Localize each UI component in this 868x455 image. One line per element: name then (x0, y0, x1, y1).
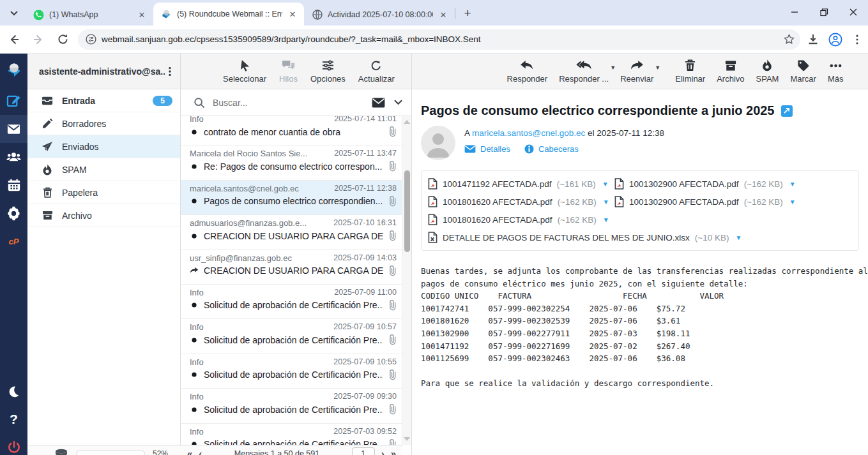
mail-nav-icon[interactable] (0, 115, 27, 143)
back-icon[interactable] (4, 29, 24, 50)
reply-all-icon (576, 59, 591, 72)
attachment-item[interactable]: 1001302900 AFECTADA.pdf (~162 KB) ▼ (614, 175, 801, 193)
attachment-menu-caret-icon[interactable]: ▼ (789, 198, 796, 205)
contacts-nav-icon[interactable] (0, 143, 27, 171)
attachment-menu-caret-icon[interactable]: ▼ (603, 216, 609, 223)
scroll-up-icon[interactable] (404, 120, 410, 124)
settings-gear-icon[interactable] (0, 199, 27, 227)
dark-mode-moon-icon[interactable] (0, 377, 27, 405)
forward-button[interactable]: Reenviar ▼ (620, 59, 653, 84)
message-row[interactable]: admusuarios@finanzas.gob.e... 2025-07-10… (181, 215, 402, 250)
delete-button[interactable]: Eliminar (675, 59, 705, 84)
next-page-icon[interactable]: › (381, 448, 385, 455)
message-row[interactable]: maricela.santos@cnel.gob.ec 2025-07-11 1… (181, 181, 402, 215)
url-text[interactable]: webmail.sanjuan.gob.ec/cpsess1535909589/… (102, 34, 783, 44)
spam-button[interactable]: SPAM (756, 59, 779, 84)
reply-button[interactable]: Responder (507, 59, 548, 84)
folder-papelera[interactable]: Papelera (27, 181, 180, 204)
last-page-icon[interactable]: » (391, 448, 396, 455)
account-menu-icon[interactable] (165, 66, 175, 77)
new-tab-button[interactable]: + (459, 5, 476, 22)
tab-close-icon[interactable]: ✕ (287, 9, 298, 19)
search-scope-mail-icon[interactable] (372, 98, 385, 108)
more-button[interactable]: Más (828, 59, 844, 84)
tab-whatsapp[interactable]: (1) WhatsApp ✕ (26, 4, 153, 26)
compose-icon[interactable] (0, 87, 27, 115)
headers-link[interactable]: Cabeceras (524, 144, 579, 154)
attachment-item[interactable]: DETALLE DE PAGOS DE FACTURAS DEL MES DE … (428, 228, 742, 246)
attachment-name[interactable]: 1001302900 AFECTADA.pdf (629, 179, 739, 189)
attachment-menu-caret-icon[interactable]: ▼ (603, 198, 609, 205)
cpanel-logo-icon[interactable]: cP (0, 227, 27, 255)
chrome-menu-icon[interactable] (851, 34, 863, 45)
message-row[interactable]: Info 2025-07-09 11:00 Solicitud de aprob… (181, 285, 402, 319)
recipient-link[interactable]: maricela.santos@cnel.gob.ec (472, 128, 585, 138)
select-button[interactable]: Seleccionar (223, 59, 266, 84)
details-link[interactable]: Detalles (464, 144, 510, 154)
attachment-item[interactable]: 1001801620 AFECTADA.pdf (~162 KB) ▼ (428, 193, 614, 211)
archive-button[interactable]: Archivo (717, 59, 744, 84)
list-scrollbar[interactable] (402, 116, 411, 445)
folder-spam[interactable]: SPAM (27, 158, 180, 181)
first-page-icon[interactable]: « (187, 448, 192, 455)
tab-roundcube[interactable]: (5) Roundcube Webmail :: Envia ✕ (153, 3, 304, 26)
message-row[interactable]: Maricela del Rocio Santos Sie... 2025-07… (181, 145, 402, 180)
tab-close-icon[interactable]: ✕ (137, 10, 147, 20)
dropdown-caret-icon[interactable]: ▼ (655, 64, 660, 71)
scroll-down-icon[interactable] (404, 437, 410, 441)
pdf-file-icon (614, 178, 624, 190)
bookmark-star-icon[interactable] (783, 33, 795, 45)
message-row[interactable]: Info 2025-07-03 09:52 Solicitud de aprob… (181, 424, 402, 445)
downloads-icon[interactable] (807, 33, 819, 46)
attachment-menu-caret-icon[interactable]: ▼ (602, 181, 609, 188)
tab-actividad[interactable]: Actividad 2025-07-10 08:00:00 ✕ (304, 4, 455, 26)
restore-button[interactable] (809, 0, 839, 24)
page-number-input[interactable]: 1 (352, 447, 375, 455)
folder-borradores[interactable]: Borradores (27, 112, 180, 135)
attachment-menu-caret-icon[interactable]: ▼ (789, 181, 796, 188)
tab-close-icon[interactable]: ✕ (438, 10, 448, 20)
attachment-item[interactable]: 1001801620 AFECTADA.pdf (~162 KB) ▼ (428, 211, 614, 228)
attachment-item[interactable]: 1001471192 AFECTADA.pdf (~161 KB) ▼ (428, 175, 614, 193)
minimize-button[interactable] (780, 0, 809, 24)
reply-all-button[interactable]: Responder ... ▼ (559, 59, 609, 84)
message-row[interactable]: usr_sinfip@finanzas.gob.ec 2025-07-09 14… (181, 250, 402, 285)
logout-power-icon[interactable] (0, 433, 27, 455)
message-row[interactable]: Info 2025-07-14 11:01 contrato de menor … (181, 116, 402, 145)
options-button[interactable]: Opciones (310, 59, 346, 84)
dropdown-caret-icon[interactable]: ▼ (610, 64, 616, 71)
search-placeholder[interactable]: Buscar... (213, 98, 372, 108)
open-in-new-window-icon[interactable] (781, 105, 793, 117)
reload-icon[interactable] (52, 29, 73, 50)
message-subject: contrato de menor cuantia de obra (204, 127, 383, 137)
prev-page-icon[interactable]: ‹ (199, 448, 202, 455)
help-icon[interactable]: ? (0, 405, 27, 433)
scroll-thumb[interactable] (404, 170, 410, 252)
message-row[interactable]: Info 2025-07-09 09:30 Solicitud de aprob… (181, 389, 402, 423)
attachment-item[interactable]: 1001302900 AFECTADA.pdf (~162 KB) ▼ (614, 193, 801, 211)
close-window-button[interactable] (839, 0, 868, 24)
search-bar[interactable]: Buscar... (181, 89, 411, 116)
folder-entrada[interactable]: Entrada 5 (27, 89, 180, 112)
attachment-name[interactable]: 1001801620 AFECTADA.pdf (443, 197, 552, 207)
attachment-name[interactable]: 1001471192 AFECTADA.pdf (443, 179, 552, 189)
threads-button[interactable]: Hilos (279, 59, 298, 84)
forward-icon[interactable] (28, 29, 49, 50)
search-options-chevron-icon[interactable] (394, 100, 402, 105)
message-row[interactable]: Info 2025-07-09 10:55 Solicitud de aprob… (181, 354, 402, 389)
attachment-name[interactable]: DETALLE DE PAGOS DE FACTURAS DEL MES DE … (443, 233, 690, 242)
message-row[interactable]: Info 2025-07-09 10:57 Solicitud de aprob… (181, 319, 402, 354)
profile-avatar-icon[interactable] (828, 33, 842, 47)
tab-search-icon[interactable] (5, 4, 23, 22)
calendar-nav-icon[interactable] (0, 171, 27, 199)
mark-button[interactable]: Marcar (790, 59, 816, 84)
folder-archivo[interactable]: Archivo (27, 204, 180, 227)
folder-enviados[interactable]: Enviados (27, 135, 180, 158)
attachment-name[interactable]: 1001302900 AFECTADA.pdf (629, 197, 739, 207)
attachment-menu-caret-icon[interactable]: ▼ (735, 234, 742, 241)
url-bar[interactable]: webmail.sanjuan.gob.ec/cpsess1535909589/… (78, 29, 800, 50)
attachment-name[interactable]: 1001801620 AFECTADA.pdf (443, 215, 552, 225)
site-settings-icon[interactable] (86, 34, 96, 45)
paperclip-icon (388, 230, 397, 241)
refresh-button[interactable]: Actualizar (358, 59, 395, 84)
